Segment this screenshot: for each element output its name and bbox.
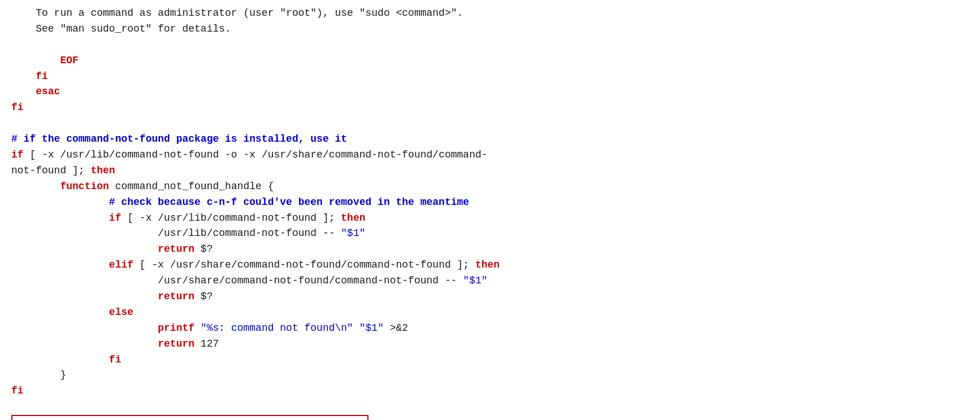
code-text: $? (194, 291, 213, 302)
keyword-then2: then (341, 212, 365, 224)
keyword-fi4: fi (11, 385, 24, 396)
keyword-then3: then (475, 259, 500, 270)
keyword-fi3: fi (109, 354, 122, 365)
keyword-if: if (11, 149, 24, 160)
code-text (194, 322, 201, 334)
keyword-fi2: fi (11, 102, 24, 113)
code-line: /usr/lib/command-not-found -- "$1" (11, 226, 969, 242)
code-line: } (11, 368, 969, 383)
keyword-return2: return (158, 291, 194, 302)
keyword-return1: return (158, 243, 194, 255)
code-line: fi (11, 100, 969, 116)
comment-text: # if the command-not-found package is in… (11, 133, 347, 145)
code-line-pkg1: PKG_CONFIG_PATH=$PKG_CONFIG_PATH:/usr/lo… (16, 417, 364, 420)
code-line: return $? (11, 242, 969, 257)
code-text: 127 (194, 338, 219, 349)
code-line: return $? (11, 289, 969, 305)
code-line (11, 37, 969, 53)
keyword-else: else (109, 307, 133, 318)
string-printf: "%s: command not found\n" (201, 322, 353, 334)
code-line: not-found ]; then (11, 163, 969, 179)
code-line: fi (11, 69, 969, 85)
code-line: EOF (11, 53, 969, 69)
code-text3: >&2 (384, 322, 408, 334)
string-dollar1c: "$1" (359, 322, 384, 334)
string-dollar1: "$1" (341, 228, 365, 239)
keyword-if2: if (109, 212, 122, 224)
code-line: function command_not_found_handle { (11, 179, 969, 195)
code-line: elif [ -x /usr/share/command-not-found/c… (11, 257, 969, 273)
code-text: $? (194, 243, 213, 255)
code-line: fi (11, 352, 969, 368)
code-line-comment: # if the command-not-found package is in… (11, 132, 969, 147)
keyword-return3: return (158, 338, 194, 349)
keyword-function: function (60, 181, 109, 192)
keyword-elif: elif (109, 259, 133, 270)
code-line-comment: # check because c-n-f could've been remo… (11, 195, 969, 211)
keyword-printf: printf (158, 322, 194, 334)
code-line: printf "%s: command not found\n" "$1" >&… (11, 321, 969, 336)
string-dollar1b: "$1" (463, 275, 487, 286)
code-line: To run a command as administrator (user … (11, 6, 969, 21)
code-text: [ -x /usr/lib/command-not-found -o -x /u… (24, 149, 488, 160)
code-text2 (353, 322, 359, 334)
code-line: /usr/share/command-not-found/command-not… (11, 273, 969, 289)
code-line: return 127 (11, 336, 969, 352)
code-line: esac (11, 84, 969, 100)
code-line: else (11, 305, 969, 321)
code-line (11, 399, 969, 415)
keyword-then: then (90, 165, 115, 176)
code-line (11, 116, 969, 132)
code-text: [ -x /usr/share/command-not-found/comman… (133, 259, 475, 270)
keyword-eof: EOF (60, 55, 78, 66)
code-text: [ -x /usr/lib/command-not-found ]; (121, 212, 341, 224)
code-line: if [ -x /usr/lib/command-not-found ]; th… (11, 211, 969, 226)
code-container: To run a command as administrator (user … (0, 0, 980, 420)
keyword-fi: fi (36, 71, 48, 82)
code-line: if [ -x /usr/lib/command-not-found -o -x… (11, 147, 969, 163)
code-text: command_not_found_handle { (109, 181, 274, 192)
highlight-box: PKG_CONFIG_PATH=$PKG_CONFIG_PATH:/usr/lo… (11, 415, 368, 420)
comment-cnf: # check because c-n-f could've been remo… (109, 196, 469, 208)
code-line: fi (11, 383, 969, 399)
keyword-esac: esac (36, 86, 60, 97)
code-line: See "man sudo_root" for details. (11, 21, 969, 37)
